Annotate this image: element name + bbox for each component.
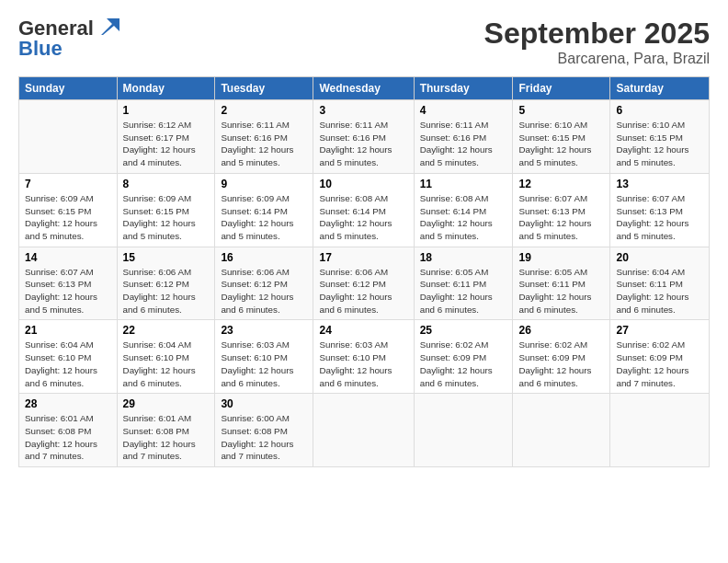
- col-tuesday: Tuesday: [215, 77, 313, 100]
- day-number: 25: [420, 324, 507, 337]
- calendar-table: Sunday Monday Tuesday Wednesday Thursday…: [18, 76, 710, 467]
- day-cell: 10Sunrise: 6:08 AMSunset: 6:14 PMDayligh…: [313, 173, 414, 247]
- day-info: Sunrise: 6:04 AMSunset: 6:11 PMDaylight:…: [616, 266, 703, 316]
- header-row: Sunday Monday Tuesday Wednesday Thursday…: [19, 77, 710, 100]
- day-number: 4: [420, 104, 507, 117]
- day-info: Sunrise: 6:04 AMSunset: 6:10 PMDaylight:…: [25, 339, 111, 389]
- subtitle: Barcarena, Para, Brazil: [484, 51, 710, 67]
- day-number: 7: [25, 178, 111, 190]
- col-sunday: Sunday: [19, 77, 118, 100]
- day-number: 29: [123, 397, 210, 410]
- day-cell: [313, 394, 414, 467]
- day-info: Sunrise: 6:10 AMSunset: 6:15 PMDaylight:…: [616, 119, 703, 169]
- day-info: Sunrise: 6:07 AMSunset: 6:13 PMDaylight:…: [518, 192, 604, 243]
- day-cell: 16Sunrise: 6:06 AMSunset: 6:12 PMDayligh…: [215, 247, 313, 320]
- day-cell: [414, 394, 513, 467]
- day-info: Sunrise: 6:01 AMSunset: 6:08 PMDaylight:…: [123, 412, 210, 463]
- day-number: 19: [518, 251, 604, 264]
- day-cell: 19Sunrise: 6:05 AMSunset: 6:11 PMDayligh…: [513, 247, 610, 320]
- day-cell: 9Sunrise: 6:09 AMSunset: 6:14 PMDaylight…: [215, 173, 313, 247]
- day-info: Sunrise: 6:03 AMSunset: 6:10 PMDaylight:…: [221, 339, 307, 389]
- day-cell: 12Sunrise: 6:07 AMSunset: 6:13 PMDayligh…: [513, 173, 610, 247]
- day-info: Sunrise: 6:02 AMSunset: 6:09 PMDaylight:…: [616, 339, 703, 389]
- day-number: 15: [123, 251, 210, 264]
- day-number: 6: [616, 104, 703, 117]
- day-info: Sunrise: 6:06 AMSunset: 6:12 PMDaylight:…: [123, 266, 210, 316]
- week-row-0: 1Sunrise: 6:12 AMSunset: 6:17 PMDaylight…: [19, 100, 710, 174]
- day-number: 11: [420, 178, 507, 190]
- day-number: 21: [25, 324, 111, 337]
- day-cell: 28Sunrise: 6:01 AMSunset: 6:08 PMDayligh…: [19, 394, 118, 467]
- day-number: 10: [319, 178, 407, 190]
- day-cell: 24Sunrise: 6:03 AMSunset: 6:10 PMDayligh…: [313, 320, 414, 394]
- day-cell: 15Sunrise: 6:06 AMSunset: 6:12 PMDayligh…: [117, 247, 215, 320]
- week-row-4: 28Sunrise: 6:01 AMSunset: 6:08 PMDayligh…: [19, 394, 710, 467]
- day-cell: 1Sunrise: 6:12 AMSunset: 6:17 PMDaylight…: [117, 100, 215, 174]
- day-number: 3: [319, 104, 407, 117]
- day-number: 30: [221, 397, 307, 410]
- day-info: Sunrise: 6:00 AMSunset: 6:08 PMDaylight:…: [221, 412, 307, 463]
- col-saturday: Saturday: [610, 77, 710, 100]
- day-cell: 3Sunrise: 6:11 AMSunset: 6:16 PMDaylight…: [313, 100, 414, 174]
- col-thursday: Thursday: [414, 77, 513, 100]
- day-cell: 14Sunrise: 6:07 AMSunset: 6:13 PMDayligh…: [19, 247, 118, 320]
- col-wednesday: Wednesday: [313, 77, 414, 100]
- day-number: 12: [518, 178, 604, 190]
- day-number: 26: [518, 324, 604, 337]
- day-number: 16: [221, 251, 307, 264]
- day-cell: 27Sunrise: 6:02 AMSunset: 6:09 PMDayligh…: [610, 320, 710, 394]
- day-number: 24: [319, 324, 407, 337]
- day-info: Sunrise: 6:02 AMSunset: 6:09 PMDaylight:…: [518, 339, 604, 389]
- day-info: Sunrise: 6:11 AMSunset: 6:16 PMDaylight:…: [221, 119, 307, 169]
- day-number: 28: [25, 397, 111, 410]
- day-cell: 26Sunrise: 6:02 AMSunset: 6:09 PMDayligh…: [513, 320, 610, 394]
- col-monday: Monday: [117, 77, 215, 100]
- day-number: 9: [221, 178, 307, 190]
- day-number: 23: [221, 324, 307, 337]
- day-number: 14: [25, 251, 111, 264]
- day-cell: 5Sunrise: 6:10 AMSunset: 6:15 PMDaylight…: [513, 100, 610, 174]
- day-info: Sunrise: 6:08 AMSunset: 6:14 PMDaylight:…: [420, 192, 507, 243]
- day-cell: [513, 394, 610, 467]
- svg-marker-0: [101, 18, 119, 35]
- day-cell: 13Sunrise: 6:07 AMSunset: 6:13 PMDayligh…: [610, 173, 710, 247]
- day-info: Sunrise: 6:11 AMSunset: 6:16 PMDaylight:…: [420, 119, 507, 169]
- day-info: Sunrise: 6:12 AMSunset: 6:17 PMDaylight:…: [123, 119, 210, 169]
- day-info: Sunrise: 6:06 AMSunset: 6:12 PMDaylight:…: [319, 266, 407, 316]
- day-info: Sunrise: 6:09 AMSunset: 6:15 PMDaylight:…: [25, 192, 111, 243]
- day-cell: 20Sunrise: 6:04 AMSunset: 6:11 PMDayligh…: [610, 247, 710, 320]
- day-cell: 22Sunrise: 6:04 AMSunset: 6:10 PMDayligh…: [117, 320, 215, 394]
- day-cell: 17Sunrise: 6:06 AMSunset: 6:12 PMDayligh…: [313, 247, 414, 320]
- day-number: 8: [123, 178, 210, 190]
- page: General Blue September 2025 Barcarena, P…: [0, 0, 728, 563]
- day-info: Sunrise: 6:09 AMSunset: 6:14 PMDaylight:…: [221, 192, 307, 243]
- day-number: 22: [123, 324, 210, 337]
- day-info: Sunrise: 6:05 AMSunset: 6:11 PMDaylight:…: [518, 266, 604, 316]
- day-info: Sunrise: 6:01 AMSunset: 6:08 PMDaylight:…: [25, 412, 111, 463]
- title-block: September 2025 Barcarena, Para, Brazil: [484, 17, 710, 67]
- day-cell: 29Sunrise: 6:01 AMSunset: 6:08 PMDayligh…: [117, 394, 215, 467]
- week-row-1: 7Sunrise: 6:09 AMSunset: 6:15 PMDaylight…: [19, 173, 710, 247]
- day-info: Sunrise: 6:06 AMSunset: 6:12 PMDaylight:…: [221, 266, 307, 316]
- day-info: Sunrise: 6:10 AMSunset: 6:15 PMDaylight:…: [518, 119, 604, 169]
- day-cell: 6Sunrise: 6:10 AMSunset: 6:15 PMDaylight…: [610, 100, 710, 174]
- col-friday: Friday: [513, 77, 610, 100]
- logo: General Blue: [18, 17, 119, 61]
- day-cell: [19, 100, 118, 174]
- day-number: 18: [420, 251, 507, 264]
- day-number: 27: [616, 324, 703, 337]
- day-info: Sunrise: 6:08 AMSunset: 6:14 PMDaylight:…: [319, 192, 407, 243]
- day-info: Sunrise: 6:09 AMSunset: 6:15 PMDaylight:…: [123, 192, 210, 243]
- week-row-2: 14Sunrise: 6:07 AMSunset: 6:13 PMDayligh…: [19, 247, 710, 320]
- day-cell: 2Sunrise: 6:11 AMSunset: 6:16 PMDaylight…: [215, 100, 313, 174]
- day-info: Sunrise: 6:04 AMSunset: 6:10 PMDaylight:…: [123, 339, 210, 389]
- day-cell: 7Sunrise: 6:09 AMSunset: 6:15 PMDaylight…: [19, 173, 118, 247]
- main-title: September 2025: [484, 17, 710, 51]
- day-info: Sunrise: 6:05 AMSunset: 6:11 PMDaylight:…: [420, 266, 507, 316]
- header: General Blue September 2025 Barcarena, P…: [18, 17, 710, 67]
- day-info: Sunrise: 6:07 AMSunset: 6:13 PMDaylight:…: [25, 266, 111, 316]
- day-cell: 18Sunrise: 6:05 AMSunset: 6:11 PMDayligh…: [414, 247, 513, 320]
- day-number: 20: [616, 251, 703, 264]
- day-cell: [610, 394, 710, 467]
- day-info: Sunrise: 6:07 AMSunset: 6:13 PMDaylight:…: [616, 192, 703, 243]
